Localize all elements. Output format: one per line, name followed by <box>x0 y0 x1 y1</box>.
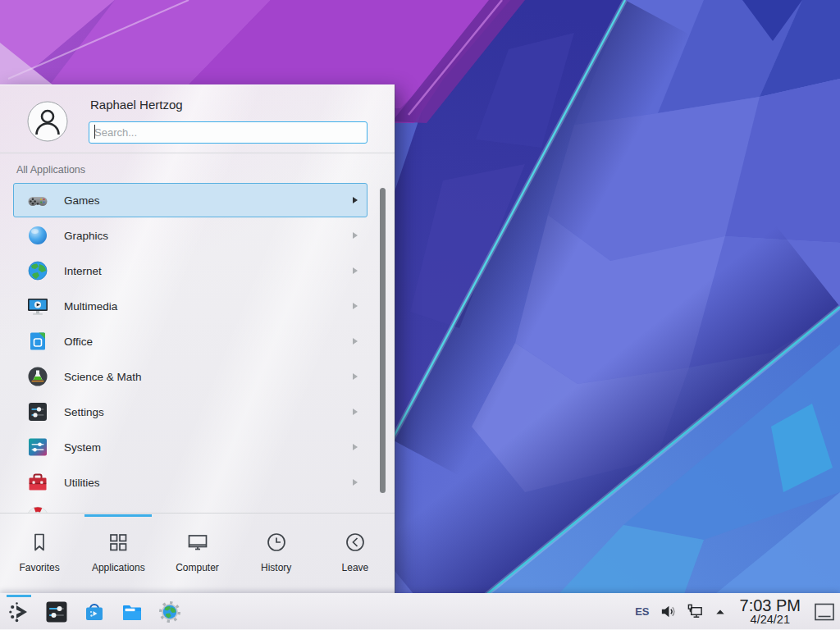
category-item-graphics[interactable]: Graphics <box>13 218 368 253</box>
launcher-tabbar: FavoritesApplicationsComputerHistoryLeav… <box>0 513 395 594</box>
submenu-arrow-icon <box>353 197 358 203</box>
category-label: Games <box>64 194 100 207</box>
application-launcher-menu: Raphael Hertzog All Applications GamesGr… <box>0 84 395 594</box>
show-desktop-button[interactable] <box>814 601 835 623</box>
scrollbar-thumb[interactable] <box>380 188 386 493</box>
web-browser-button[interactable] <box>158 600 182 624</box>
clock-time: 7:03 PM <box>740 597 801 614</box>
tab-label: Computer <box>176 562 219 573</box>
clock-date: 4/24/21 <box>740 614 801 626</box>
keyboard-layout-indicator[interactable]: ES <box>635 605 649 618</box>
multimedia-icon <box>26 294 49 317</box>
history-icon <box>264 530 289 555</box>
settings-icon <box>26 400 49 423</box>
desktop: Raphael Hertzog All Applications GamesGr… <box>0 0 840 630</box>
computer-icon <box>185 530 210 555</box>
graphics-icon <box>26 224 49 247</box>
tab-applications[interactable]: Applications <box>79 514 158 594</box>
category-label: Graphics <box>64 230 108 242</box>
user-avatar-icon[interactable] <box>27 101 68 142</box>
favorites-icon <box>27 530 52 555</box>
clock[interactable]: 7:03 PM 4/24/21 <box>740 597 801 626</box>
submenu-arrow-icon <box>353 479 358 486</box>
internet-icon <box>26 259 49 282</box>
science-icon <box>26 365 49 388</box>
user-name: Raphael Hertzog <box>90 98 183 112</box>
tab-computer[interactable]: Computer <box>158 514 236 594</box>
submenu-arrow-icon <box>353 373 358 380</box>
category-item-help[interactable]: Help <box>13 500 368 513</box>
submenu-arrow-icon <box>353 232 358 239</box>
category-label: Internet <box>64 265 102 277</box>
tab-history[interactable]: History <box>237 514 316 594</box>
system-tray: ES 7:03 PM 4/24/21 <box>635 593 835 630</box>
tab-label: History <box>261 562 291 573</box>
taskbar-launchers <box>0 600 182 624</box>
category-label: Science & Math <box>64 371 142 383</box>
submenu-arrow-icon <box>353 267 358 274</box>
section-label: All Applications <box>16 164 85 176</box>
submenu-arrow-icon <box>353 409 358 415</box>
tab-favorites[interactable]: Favorites <box>0 514 79 594</box>
leave-icon <box>343 530 368 555</box>
category-item-utilities[interactable]: Utilities <box>13 465 368 500</box>
search-input[interactable] <box>89 121 368 144</box>
utilities-icon <box>26 471 49 494</box>
file-manager-button[interactable] <box>120 600 144 624</box>
category-list: GamesGraphicsInternetMultimediaOfficeSci… <box>0 183 395 513</box>
category-label: Office <box>64 336 93 348</box>
submenu-arrow-icon <box>353 303 358 309</box>
submenu-arrow-icon <box>353 338 358 345</box>
submenu-arrow-icon <box>353 444 358 450</box>
system-icon <box>26 436 49 459</box>
games-icon <box>26 189 49 212</box>
tab-label: Leave <box>342 562 369 573</box>
category-item-games[interactable]: Games <box>13 183 368 217</box>
tab-label: Applications <box>92 562 145 573</box>
discover-button[interactable] <box>82 600 107 624</box>
tab-label: Favorites <box>19 562 59 573</box>
application-launcher-button[interactable] <box>7 600 31 624</box>
system-settings-button[interactable] <box>44 600 69 624</box>
category-item-internet[interactable]: Internet <box>13 253 368 288</box>
network-icon[interactable] <box>687 603 704 620</box>
expand-tray-icon[interactable] <box>714 605 727 619</box>
category-label: Utilities <box>64 477 100 489</box>
volume-icon[interactable] <box>660 603 677 620</box>
category-item-system[interactable]: System <box>13 430 368 464</box>
category-label: System <box>64 441 101 454</box>
category-item-multimedia[interactable]: Multimedia <box>13 289 368 323</box>
text-caret <box>94 125 95 139</box>
office-icon <box>26 330 49 353</box>
help-icon <box>26 506 49 513</box>
category-item-office[interactable]: Office <box>13 324 368 358</box>
category-item-science-math[interactable]: Science & Math <box>13 359 368 394</box>
applications-icon <box>106 530 130 555</box>
category-item-settings[interactable]: Settings <box>13 395 368 429</box>
category-label: Multimedia <box>64 300 117 313</box>
category-label: Settings <box>64 406 104 418</box>
header-separator <box>0 153 395 153</box>
taskbar: ES 7:03 PM 4/24/21 <box>0 593 840 630</box>
tab-leave[interactable]: Leave <box>316 514 395 594</box>
